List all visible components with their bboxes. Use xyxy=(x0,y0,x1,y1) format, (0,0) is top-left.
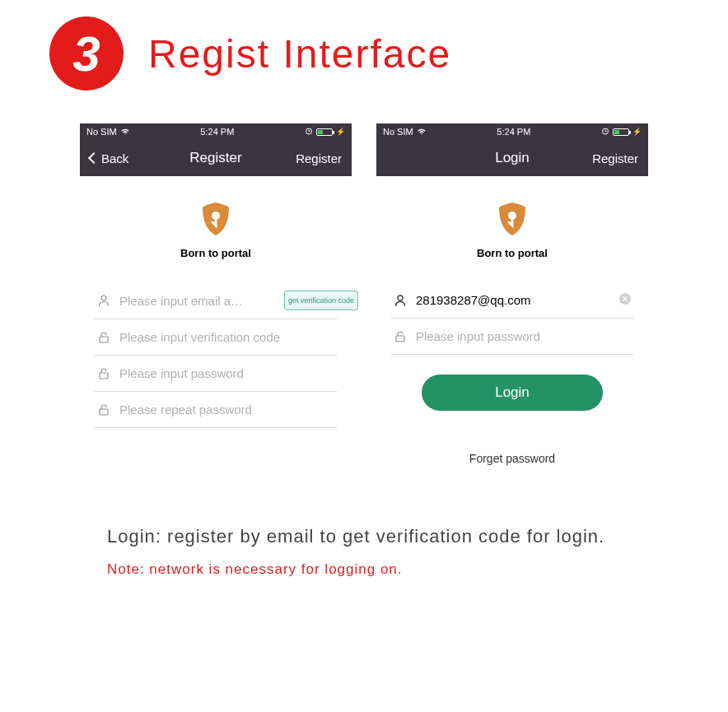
nav-title: Register xyxy=(189,150,241,166)
repeat-password-input[interactable] xyxy=(119,403,335,416)
svg-rect-4 xyxy=(100,373,108,379)
email-row: get verification code xyxy=(95,282,337,319)
svg-rect-10 xyxy=(396,336,404,342)
app-logo: Born to portal xyxy=(95,201,337,259)
step-number-badge: 3 xyxy=(49,16,124,91)
phone-login: No SIM 5:24 PM ⚡ Login Register xyxy=(376,123,648,482)
register-body: Born to portal get verification code xyxy=(80,176,352,444)
email-row xyxy=(391,282,633,319)
battery-icon xyxy=(316,128,333,136)
back-button[interactable]: Back xyxy=(90,151,147,165)
status-time: 5:24 PM xyxy=(497,127,530,137)
svg-rect-5 xyxy=(100,409,108,415)
code-row xyxy=(95,319,337,356)
svg-rect-3 xyxy=(100,337,108,342)
password-row xyxy=(95,356,337,392)
charging-icon: ⚡ xyxy=(336,128,345,136)
charging-icon: ⚡ xyxy=(632,128,642,136)
logo-text: Born to portal xyxy=(95,247,337,259)
password-row xyxy=(391,319,633,355)
verification-code-input[interactable] xyxy=(119,330,335,344)
repeat-password-row xyxy=(95,392,337,428)
login-button[interactable]: Login xyxy=(422,375,603,411)
nav-right-button[interactable]: Register xyxy=(581,151,638,165)
chevron-left-icon xyxy=(88,152,100,164)
forget-password-link[interactable]: Forget password xyxy=(391,452,633,465)
login-body: Born to portal Login Forget password xyxy=(376,176,648,482)
lock-open-icon xyxy=(96,403,111,416)
section-header: 3 Regist Interface xyxy=(0,0,728,115)
footer-description: Login: register by email to get verifica… xyxy=(107,523,621,550)
alarm-icon xyxy=(305,127,313,137)
phone-register: No SIM 5:24 PM ⚡ Back Register Register xyxy=(80,123,352,482)
password-input[interactable] xyxy=(416,329,632,343)
email-input[interactable] xyxy=(119,294,276,308)
app-logo: Born to portal xyxy=(391,201,633,259)
status-time: 5:24 PM xyxy=(200,127,234,137)
lock-open-icon xyxy=(96,331,111,344)
wifi-icon xyxy=(417,127,427,137)
phones-container: No SIM 5:24 PM ⚡ Back Register Register xyxy=(0,115,728,506)
status-bar: No SIM 5:24 PM ⚡ xyxy=(80,123,352,140)
battery-icon xyxy=(613,128,629,136)
user-icon xyxy=(96,294,111,307)
status-bar: No SIM 5:24 PM ⚡ xyxy=(376,123,648,140)
carrier-text: No SIM xyxy=(86,127,117,137)
user-icon xyxy=(393,294,408,307)
lock-open-icon xyxy=(393,330,408,343)
shield-icon xyxy=(199,201,232,240)
nav-bar: Back Register Register xyxy=(80,140,352,176)
alarm-icon xyxy=(601,127,609,137)
section-title: Regist Interface xyxy=(148,31,451,77)
logo-text: Born to portal xyxy=(391,247,633,259)
svg-point-2 xyxy=(101,296,106,300)
email-input[interactable] xyxy=(416,293,610,307)
carrier-text: No SIM xyxy=(383,127,413,137)
get-verification-button[interactable]: get verification code xyxy=(284,291,358,310)
shield-icon xyxy=(496,201,529,240)
footer-note: Note: network is necessary for logging o… xyxy=(107,561,621,578)
wifi-icon xyxy=(120,127,130,137)
back-label: Back xyxy=(101,151,128,165)
footer-text: Login: register by email to get verifica… xyxy=(0,506,728,578)
nav-right-button[interactable]: Register xyxy=(284,151,342,165)
password-input[interactable] xyxy=(119,366,335,380)
clear-icon[interactable] xyxy=(618,292,632,309)
nav-title: Login xyxy=(495,150,530,166)
nav-bar: Login Register xyxy=(376,140,648,176)
svg-point-8 xyxy=(398,296,403,300)
lock-open-icon xyxy=(96,367,111,380)
